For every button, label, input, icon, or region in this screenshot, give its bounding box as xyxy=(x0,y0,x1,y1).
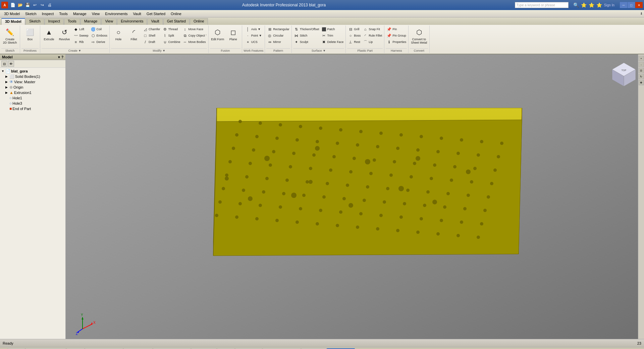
stitch-btn[interactable]: ⋈ Stitch xyxy=(293,33,320,39)
tree-item-root[interactable]: ▼ 📄 blat_gora xyxy=(0,68,65,74)
qa-redo-btn[interactable]: ↪ xyxy=(39,2,46,8)
plane-btn[interactable]: ◻ Plane xyxy=(226,26,240,42)
thicken-offset-btn[interactable]: ⇅ Thicken/Offset xyxy=(293,26,320,32)
snap-fit-btn[interactable]: ⌂ Snap Fit xyxy=(362,26,383,32)
tree-item-solid-bodies[interactable]: ▶ ⬜ Solid Bodies(1) xyxy=(4,74,65,79)
boss-btn[interactable]: ○ Boss xyxy=(347,33,361,39)
rib-btn[interactable]: ≡ Rib xyxy=(72,39,89,45)
pan-btn[interactable]: ✥ xyxy=(639,80,644,85)
trim-btn[interactable]: ✂ Trim xyxy=(321,33,344,39)
circular-btn[interactable]: ◎ Circular xyxy=(266,33,290,39)
tab-online[interactable]: Online xyxy=(190,18,208,25)
sidebar-filter-btn[interactable]: ▼ xyxy=(57,55,61,59)
menu-item-inspect[interactable]: Inspect xyxy=(39,11,56,16)
sweep-btn[interactable]: 〰 Sweep xyxy=(72,33,89,39)
qa-print-btn[interactable]: 🖨 xyxy=(46,2,53,8)
rectangular-btn[interactable]: ⊞ Rectangular xyxy=(266,26,290,32)
rest-btn[interactable]: ⊥ Rest xyxy=(347,39,361,45)
tab-sketch[interactable]: Sketch xyxy=(25,18,44,25)
root-doc-icon: 📄 xyxy=(5,69,10,73)
shell-btn[interactable]: □ Shell xyxy=(142,33,161,39)
tree-item-extrusion1[interactable]: ▶ ▲ Extrusion1 xyxy=(4,90,65,95)
svg-point-121 xyxy=(291,193,297,198)
menu-item-environments[interactable]: Environments xyxy=(102,11,130,16)
derive-btn[interactable]: ⇨ Derive xyxy=(90,39,108,45)
mirror-btn[interactable]: ⇔ Mirror xyxy=(266,39,290,45)
grill-btn[interactable]: ⊟ Grill xyxy=(347,26,361,32)
rule-fillet-btn[interactable]: ◜ Rule Fillet xyxy=(362,33,383,39)
tab-vault[interactable]: Vault xyxy=(147,18,163,25)
move-bodies-btn[interactable]: ↔ Move Bodies xyxy=(182,39,207,45)
copy-object-btn[interactable]: ⧉ Copy Object ' xyxy=(182,33,207,39)
tab-3dmodel[interactable]: 3D Model xyxy=(1,18,25,25)
orbit-btn[interactable]: ↻ xyxy=(639,74,644,79)
combine-btn[interactable]: ∪ Combine xyxy=(162,39,181,45)
fillet-btn[interactable]: ◜ Fillet xyxy=(126,26,141,42)
menu-item-online[interactable]: Online xyxy=(168,11,184,16)
pin-btn[interactable]: 📌 Pin xyxy=(386,26,407,32)
lip-btn[interactable]: ⌒ Lip xyxy=(362,39,383,45)
sidebar-help-btn[interactable]: ? xyxy=(61,55,63,59)
menu-item-getstarted[interactable]: Get Started xyxy=(144,11,168,16)
tree-item-origin[interactable]: ▶ ⊕ Origin xyxy=(4,85,65,90)
extrude-btn[interactable]: ▲ Extrude xyxy=(42,26,56,42)
loft-btn[interactable]: ◆ Loft xyxy=(72,26,89,32)
maximize-btn[interactable]: □ xyxy=(628,2,635,8)
patch-btn[interactable]: ⬛ Patch xyxy=(321,26,344,32)
hole-btn[interactable]: ○ Hole xyxy=(111,26,126,42)
viewport[interactable]: TOP X Y Z + - ⊡ ↻ ✥ xyxy=(66,54,644,339)
create-2d-sketch-btn[interactable]: ✏️ Create2D Sketch xyxy=(2,26,18,45)
search-box[interactable]: Type a keyword or phrase xyxy=(515,2,569,8)
tree-item-hole3[interactable]: ○ Hole3 xyxy=(4,101,65,106)
tree-item-view[interactable]: ▶ 👁 View: Master xyxy=(4,79,65,85)
qa-new-btn[interactable]: 📄 xyxy=(9,2,16,8)
signin-btn[interactable]: Sign In xyxy=(604,3,614,7)
zoom-in-btn[interactable]: + xyxy=(639,56,644,61)
menu-item-vault[interactable]: Vault xyxy=(130,11,144,16)
revolve-btn[interactable]: ↺ Revolve xyxy=(57,26,72,42)
chamfer-btn[interactable]: ◿ Chamfer xyxy=(142,26,161,32)
edit-form-btn[interactable]: ⬡ Edit Form xyxy=(210,26,225,42)
tree-item-end-of-part[interactable]: ■ End of Part xyxy=(4,106,65,111)
hole1-icon: ○ xyxy=(9,96,12,100)
emboss-btn[interactable]: ⬡ Emboss xyxy=(90,33,108,39)
thread-btn[interactable]: ⚙ Thread xyxy=(162,26,181,32)
tab-environments[interactable]: Environments xyxy=(117,18,147,25)
tab-tools[interactable]: Tools xyxy=(64,18,80,25)
coil-btn[interactable]: 🌀 Coil xyxy=(90,26,108,32)
point-btn[interactable]: · Point ▼ xyxy=(245,33,263,39)
split-btn[interactable]: ⌇ Split xyxy=(162,33,181,39)
properties-btn[interactable]: ℹ Properties xyxy=(386,39,407,45)
minimize-btn[interactable]: ─ xyxy=(620,2,627,8)
derive-icon: ⇨ xyxy=(91,39,96,45)
fit-btn[interactable]: ⊡ xyxy=(639,68,644,73)
navigation-cube[interactable]: TOP xyxy=(610,61,637,88)
zoom-out-btn[interactable]: - xyxy=(639,62,644,67)
menu-item-tools[interactable]: Tools xyxy=(56,11,70,16)
close-btn[interactable]: ✕ xyxy=(635,2,643,8)
axis-btn[interactable]: │ Axis ▼ xyxy=(245,26,263,32)
menu-item-sketch[interactable]: Sketch xyxy=(22,11,39,16)
menu-item-view[interactable]: View xyxy=(89,11,103,16)
tree-item-hole1[interactable]: ○ Hole1 xyxy=(4,95,65,101)
delete-face-btn[interactable]: ✖ Delete Face xyxy=(321,39,344,45)
tab-view[interactable]: View xyxy=(101,18,117,25)
convert-sheet-metal-btn[interactable]: ⬡ Convert toSheet Metal xyxy=(410,26,428,45)
sidebar-filter-tool[interactable]: ⊟ xyxy=(1,61,7,67)
pin-group-btn[interactable]: 📌 Pin Group xyxy=(386,33,407,39)
tab-manage[interactable]: Manage xyxy=(80,18,101,25)
ucs-btn[interactable]: ⌖ UCS xyxy=(245,39,263,45)
sidebar-view-tool[interactable]: 👁 xyxy=(8,61,14,67)
box-btn[interactable]: ⬜ Box xyxy=(23,26,38,42)
qa-undo-btn[interactable]: ↩ xyxy=(32,2,38,8)
tab-getstarted[interactable]: Get Started xyxy=(163,18,190,25)
qa-save-btn[interactable]: 💾 xyxy=(24,2,31,8)
sculpt-btn[interactable]: ✦ Sculpt xyxy=(293,39,320,45)
menu-item-3dmodel[interactable]: 3D Model xyxy=(1,11,22,16)
move-face-btn[interactable]: ↕ Move Face xyxy=(182,26,207,32)
thicken-label: Thicken/Offset xyxy=(300,28,319,31)
menu-item-manage[interactable]: Manage xyxy=(70,11,89,16)
qa-open-btn[interactable]: 📂 xyxy=(17,2,23,8)
draft-btn[interactable]: / Draft xyxy=(142,39,161,45)
tab-inspect[interactable]: Inspect xyxy=(45,18,64,25)
